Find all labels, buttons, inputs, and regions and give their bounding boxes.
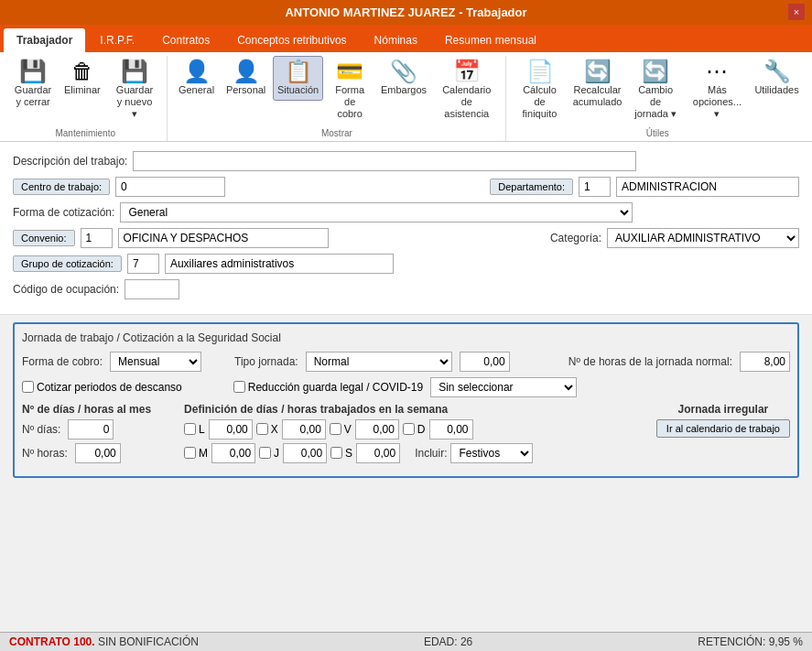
tab-trabajador[interactable]: Trabajador [4, 28, 85, 52]
day-M-input[interactable] [211, 443, 255, 463]
categoria-label: Categoría: [550, 232, 601, 244]
day-S-checkbox[interactable] [330, 447, 342, 459]
day-X-checkbox[interactable] [256, 423, 268, 435]
calculo-button[interactable]: 📄 Cálculo definiquito [512, 56, 567, 125]
tab-conceptos[interactable]: Conceptos retributivos [224, 28, 359, 52]
day-X-input[interactable] [282, 419, 326, 439]
day-S-input[interactable] [356, 443, 400, 463]
n-dias-row: Nº días: [22, 419, 151, 439]
embargos-button[interactable]: 📎 Embargos [376, 56, 431, 101]
close-button[interactable]: × [788, 4, 805, 20]
codigo-ocup-input[interactable] [125, 279, 179, 299]
dias-horas-mes-group: Nº de días / horas al mes Nº días: Nº ho… [22, 403, 151, 463]
tab-resumen[interactable]: Resumen mensual [432, 28, 549, 52]
title-bar: ANTONIO MARTINEZ JUAREZ - Trabajador × [0, 0, 812, 25]
cotizar-checkbox[interactable] [22, 381, 34, 393]
general-label: General [179, 84, 214, 96]
delete-label: Eliminar [64, 84, 101, 96]
depto-button[interactable]: Departamento: [490, 179, 573, 195]
main-form: Descripción del trabajo: Centro de traba… [0, 142, 812, 315]
day-V-label[interactable]: V [330, 423, 352, 436]
day-V-key: V [344, 423, 352, 436]
recalcular-label: Recalcularacumulado [573, 84, 623, 108]
grupo-cot-num-input[interactable] [127, 254, 159, 274]
centro-button[interactable]: Centro de trabajo: [13, 179, 110, 195]
general-button[interactable]: 👤 General [173, 56, 219, 101]
tipo-jornada-hours-input[interactable] [460, 352, 510, 372]
day-V-input[interactable] [355, 419, 399, 439]
situacion-button[interactable]: 📋 Situación [273, 56, 324, 101]
calendario-button[interactable]: 📅 Calendariode asistencia [433, 56, 500, 125]
convenio-button[interactable]: Convenio: [13, 230, 75, 246]
mas-opciones-button[interactable]: ⋯ Másopciones... ▾ [686, 56, 749, 125]
day-M-label[interactable]: M [184, 447, 208, 460]
personal-button[interactable]: 👤 Personal [222, 56, 271, 101]
day-M-key: M [199, 447, 208, 460]
ribbon-label-mantenimiento: Mantenimiento [55, 125, 115, 141]
grupo-cot-name-input[interactable] [165, 254, 394, 274]
utilidades-button[interactable]: 🔧 Utilidades [751, 56, 803, 101]
ribbon-label-mostrar: Mostrar [321, 125, 352, 141]
semana-row1: L X V D [184, 419, 623, 439]
convenio-num-input[interactable] [81, 228, 113, 248]
day-L-input[interactable] [209, 419, 253, 439]
delete-button[interactable]: 🗑 Eliminar [59, 56, 105, 101]
n-dias-input[interactable] [68, 419, 114, 439]
status-bar: CONTRATO 100. SIN BONIFICACIÓN EDAD: 26 … [0, 632, 812, 651]
descripcion-label: Descripción del trabajo: [13, 155, 127, 168]
personal-icon: 👤 [233, 60, 260, 82]
day-D-checkbox[interactable] [403, 423, 415, 435]
personal-label: Personal [226, 84, 265, 96]
grupo-cot-row: Grupo de cotización: [13, 254, 799, 274]
semana-group: Definición de días / horas trabajados en… [184, 403, 623, 463]
forma-cobro-select[interactable]: Mensual [110, 352, 201, 372]
tab-nominas[interactable]: Nóminas [362, 28, 430, 52]
tipo-jornada-select[interactable]: Normal [306, 352, 452, 372]
day-M-checkbox[interactable] [184, 447, 196, 459]
forma-cotizacion-label: Forma de cotización: [13, 206, 114, 219]
codigo-ocup-label: Código de ocupación: [13, 283, 119, 296]
depto-num-input[interactable] [579, 177, 611, 197]
centro-input[interactable] [115, 177, 225, 197]
ribbon-group-mostrar: 👤 General 👤 Personal 📋 Situación 💳 Forma… [168, 56, 506, 141]
recalcular-button[interactable]: 🔄 Recalcularacumulado [569, 56, 626, 113]
reduccion-select[interactable]: Sin seleccionar [430, 377, 577, 397]
delete-icon: 🗑 [71, 60, 93, 82]
convenio-name-input[interactable] [118, 228, 329, 248]
window-title: ANTONIO MARTINEZ JUAREZ - Trabajador [285, 5, 526, 19]
save-new-button[interactable]: 💾 Guardary nuevo ▾ [108, 56, 162, 125]
depto-name-input[interactable] [616, 177, 799, 197]
cotizar-checkbox-label[interactable]: Cotizar periodos de descanso [22, 381, 182, 394]
incluir-select[interactable]: Festivos [450, 443, 533, 463]
day-J-checkbox[interactable] [259, 447, 271, 459]
reduccion-checkbox[interactable] [233, 381, 245, 393]
day-V-checkbox[interactable] [330, 423, 341, 435]
categoria-select[interactable]: AUXILIAR ADMINISTRATIVO [607, 228, 799, 248]
day-X-label[interactable]: X [256, 423, 278, 436]
cambio-jornada-label: Cambio dejornada ▾ [633, 84, 677, 121]
n-horas-month-input[interactable] [75, 443, 121, 463]
day-D-input[interactable] [429, 419, 473, 439]
n-horas-jornada-input[interactable] [740, 352, 790, 372]
calendar-button[interactable]: Ir al calendario de trabajo [656, 419, 790, 438]
grupo-cot-button[interactable]: Grupo de cotización: [13, 255, 122, 272]
save-close-button[interactable]: 💾 Guardary cerrar [9, 56, 57, 113]
cambio-jornada-button[interactable]: 🔄 Cambio dejornada ▾ [627, 56, 683, 125]
forma-cotizacion-select[interactable]: General [120, 202, 633, 222]
day-S-label[interactable]: S [330, 447, 352, 460]
mas-opciones-label: Másopciones... ▾ [692, 84, 742, 121]
save-close-label: Guardary cerrar [15, 84, 51, 108]
forma-cobro-button[interactable]: 💳 Formade cobro [325, 56, 374, 125]
tab-irpf[interactable]: I.R.P.F. [87, 28, 147, 52]
situacion-icon: 📋 [285, 60, 312, 82]
day-L-label[interactable]: L [184, 423, 205, 436]
day-J-input[interactable] [283, 443, 327, 463]
edad-status: EDAD: 26 [424, 635, 472, 648]
descripcion-input[interactable] [133, 151, 636, 171]
jornada-row1: Forma de cobro: Mensual Tipo jornada: No… [22, 352, 790, 372]
day-L-checkbox[interactable] [184, 423, 196, 435]
tab-contratos[interactable]: Contratos [149, 28, 222, 52]
day-J-label[interactable]: J [259, 447, 279, 460]
day-D-label[interactable]: D [403, 423, 426, 436]
reduccion-checkbox-label[interactable]: Reducción guarda legal / COVID-19 [233, 381, 423, 394]
